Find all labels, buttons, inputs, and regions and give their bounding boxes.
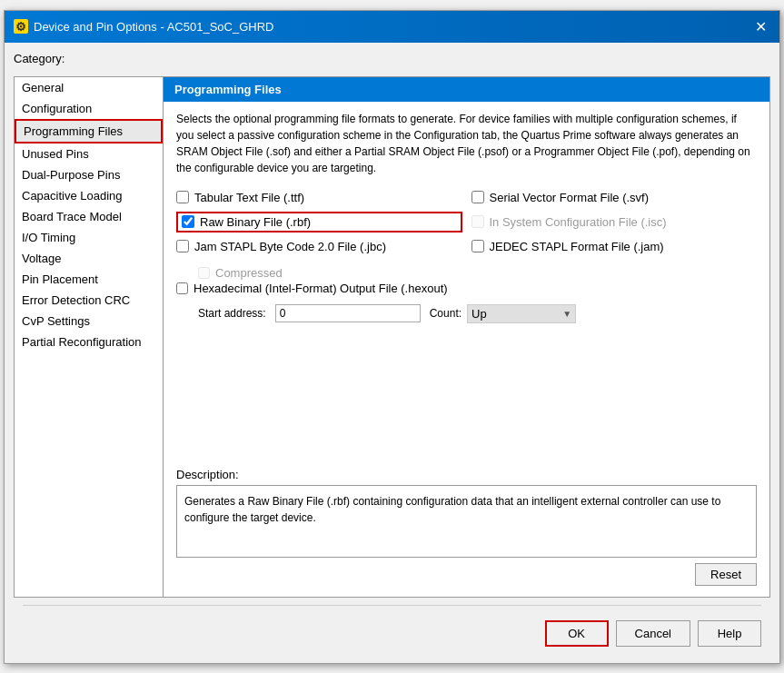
- tabular-text-file-checkbox[interactable]: [176, 191, 189, 203]
- start-address-row: Start address: Count: Up: [176, 304, 757, 323]
- panel-header: Programming Files: [164, 77, 769, 102]
- jam-stapl-byte-label[interactable]: Jam STAPL Byte Code 2.0 File (.jbc): [194, 240, 386, 253]
- jam-stapl-byte-row: Jam STAPL Byte Code 2.0 File (.jbc): [176, 238, 462, 255]
- sidebar-item-dual-purpose-pins[interactable]: Dual-Purpose Pins: [15, 164, 163, 185]
- hexadecimal-label[interactable]: Hexadecimal (Intel-Format) Output File (…: [194, 282, 448, 295]
- sidebar-item-configuration[interactable]: Configuration: [15, 98, 163, 119]
- in-system-config-label: In System Configuration File (.isc): [490, 215, 667, 229]
- sidebar-item-error-detection-crc[interactable]: Error Detection CRC: [15, 290, 163, 311]
- cancel-button[interactable]: Cancel: [616, 620, 690, 647]
- sidebar-item-pin-placement[interactable]: Pin Placement: [15, 269, 163, 290]
- jedec-stapl-row: JEDEC STAPL Format File (.jam): [471, 238, 758, 255]
- compressed-row: Compressed: [176, 264, 757, 282]
- window-title: Device and Pin Options - AC501_SoC_GHRD: [34, 20, 273, 34]
- serial-vector-format-row: Serial Vector Format File (.svf): [471, 189, 758, 206]
- start-address-label: Start address:: [198, 307, 266, 320]
- sidebar-item-board-trace-model[interactable]: Board Trace Model: [15, 206, 163, 227]
- main-panel: Programming Files Selects the optional p…: [164, 76, 770, 598]
- options-grid: Tabular Text File (.ttf) Serial Vector F…: [176, 189, 757, 255]
- in-system-config-checkbox[interactable]: [471, 215, 484, 228]
- compressed-label: Compressed: [215, 266, 283, 280]
- tabular-text-file-label[interactable]: Tabular Text File (.ttf): [194, 191, 304, 204]
- ok-button[interactable]: OK: [545, 620, 609, 647]
- serial-vector-format-label[interactable]: Serial Vector Format File (.svf): [490, 191, 650, 204]
- sidebar-item-programming-files[interactable]: Programming Files: [15, 119, 163, 144]
- raw-binary-file-checkbox[interactable]: [182, 215, 194, 228]
- tabular-text-file-row: Tabular Text File (.ttf): [176, 189, 462, 206]
- count-select[interactable]: Up: [467, 304, 576, 323]
- in-system-config-row: In System Configuration File (.isc): [471, 212, 758, 233]
- sidebar-item-cvp-settings[interactable]: CvP Settings: [15, 311, 163, 332]
- description-box: Generates a Raw Binary File (.rbf) conta…: [176, 485, 757, 558]
- count-group: Count: Up: [430, 304, 576, 323]
- help-button[interactable]: Help: [698, 620, 761, 647]
- count-value: Up: [471, 307, 487, 321]
- serial-vector-format-checkbox[interactable]: [471, 191, 484, 203]
- dialog-window: ⚙ Device and Pin Options - AC501_SoC_GHR…: [4, 10, 780, 664]
- hexadecimal-row: Hexadecimal (Intel-Format) Output File (…: [176, 282, 757, 295]
- raw-binary-file-row: Raw Binary File (.rbf): [176, 212, 462, 233]
- jedec-stapl-label[interactable]: JEDEC STAPL Format File (.jam): [490, 240, 664, 253]
- sidebar-item-io-timing[interactable]: I/O Timing: [15, 227, 163, 248]
- category-label: Category:: [14, 52, 770, 65]
- sidebar-item-general[interactable]: General: [15, 77, 163, 98]
- title-bar: ⚙ Device and Pin Options - AC501_SoC_GHR…: [5, 11, 779, 43]
- sidebar-item-voltage[interactable]: Voltage: [15, 248, 163, 269]
- sidebar-item-capacitive-loading[interactable]: Capacitive Loading: [15, 185, 163, 206]
- sidebar-item-partial-reconfiguration[interactable]: Partial Reconfiguration: [15, 332, 163, 352]
- content-area: General Configuration Programming Files …: [14, 76, 770, 598]
- panel-content: Selects the optional programming file fo…: [164, 102, 769, 597]
- jam-stapl-byte-checkbox[interactable]: [176, 240, 189, 252]
- count-label: Count:: [430, 307, 461, 320]
- compressed-checkbox[interactable]: [198, 267, 210, 279]
- dialog-body: Category: General Configuration Programm…: [5, 43, 779, 663]
- sidebar-item-unused-pins[interactable]: Unused Pins: [15, 144, 163, 164]
- close-button[interactable]: ✕: [751, 18, 770, 35]
- panel-description: Selects the optional programming file fo…: [176, 111, 757, 176]
- jedec-stapl-checkbox[interactable]: [471, 240, 484, 252]
- reset-row: Reset: [176, 558, 757, 588]
- start-address-input[interactable]: [275, 304, 421, 322]
- sidebar: General Configuration Programming Files …: [14, 76, 164, 598]
- description-label: Description:: [176, 468, 757, 481]
- hexadecimal-checkbox[interactable]: [176, 282, 188, 294]
- raw-binary-file-label[interactable]: Raw Binary File (.rbf): [200, 215, 311, 229]
- description-section: Description: Generates a Raw Binary File…: [176, 459, 757, 558]
- bottom-buttons: OK Cancel Help: [14, 613, 770, 654]
- reset-button[interactable]: Reset: [695, 563, 757, 586]
- app-icon: ⚙: [14, 19, 28, 34]
